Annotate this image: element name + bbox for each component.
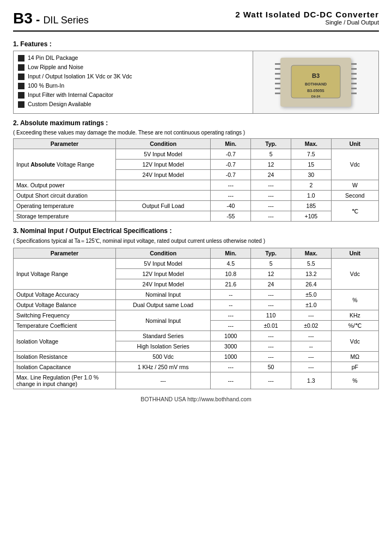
table-row: Input Absolute Voltage Range 5V Input Mo…	[14, 149, 379, 160]
unit-output-power: W	[331, 180, 378, 191]
table-header-row: Parameter Condition Min. Typ. Max. Unit	[14, 248, 379, 259]
list-item: Input Filter with Internal Capacitor	[18, 91, 248, 99]
min-out-volt-bal: --	[211, 300, 251, 310]
unit-vdc1: Vdc	[331, 149, 378, 180]
bullet-icon	[18, 92, 24, 99]
param-op-temp: Operating temperature	[14, 201, 116, 211]
typ-24v-n: 24	[251, 279, 291, 290]
max-temp-coeff: ±0.02	[291, 321, 331, 331]
col-min: Min.	[211, 248, 251, 259]
table-row: Isolation Resistance 500 Vdc 1000 --- --…	[14, 352, 379, 362]
typ-12v-n: 12	[251, 269, 291, 279]
typ-isol-cap: 50	[251, 362, 291, 372]
table-header-row: Parameter Condition Min. Typ. Max. Unit	[14, 139, 379, 149]
list-item: 14 Pin DIL Package	[18, 54, 248, 62]
unit-line-reg: %	[331, 372, 378, 389]
table-row: Switching Frequency Nominal Input --- 11…	[14, 310, 379, 321]
pin	[351, 88, 357, 89]
param-short-circuit: Output Short circuit duration	[14, 191, 116, 201]
min-line-reg: ---	[211, 372, 251, 389]
min-isol-res: 1000	[211, 352, 251, 362]
cond-out-volt-acc: Nominal Input	[115, 290, 210, 300]
typ-line-reg: ---	[251, 372, 291, 389]
max-12v: 15	[291, 160, 331, 170]
list-item: Custom Design Available	[18, 101, 248, 108]
min-out-volt-acc: --	[211, 290, 251, 300]
pin	[275, 83, 280, 84]
abs-max-table: Parameter Condition Min. Typ. Max. Unit …	[13, 138, 379, 222]
param-storage-temp: Storage temperature	[14, 211, 116, 222]
typ-std-series: ---	[251, 331, 291, 341]
cond-isol-res: 500 Vdc	[115, 352, 210, 362]
param-line-reg: Max. Line Regulation (Per 1.0 % change i…	[14, 372, 116, 389]
min-isol-cap: ---	[211, 362, 251, 372]
max-short-circuit: 1.0	[291, 191, 331, 201]
min-12v: -0.7	[211, 160, 251, 170]
typ-24v: 24	[251, 170, 291, 180]
unit-temp-coeff: %/℃	[331, 321, 378, 331]
min-std-series: 1000	[211, 331, 251, 341]
cond-12v-n: 12V Input Model	[115, 269, 210, 279]
max-out-volt-acc: ±5.0	[291, 290, 331, 300]
typ-isol-res: ---	[251, 352, 291, 362]
pin	[275, 73, 280, 75]
table-row: Isolation Capacitance 1 KHz / 250 mV rms…	[14, 362, 379, 372]
pin	[275, 63, 280, 65]
typ-5v-n: 5	[251, 259, 291, 269]
chip-label: B3 BOTHHAND B3-0505S Dil-24	[289, 63, 343, 102]
svg-text:BOTHHAND: BOTHHAND	[305, 82, 327, 86]
cond-nominal-input: Nominal Input	[115, 310, 210, 331]
min-24v-n: 21.6	[211, 279, 251, 290]
max-5v-n: 5.5	[291, 259, 331, 269]
cond-5v: 5V Input Model	[115, 149, 210, 160]
cond-12v: 12V Input Model	[115, 160, 210, 170]
max-storage-temp: +105	[291, 211, 331, 222]
cond-short-circuit	[115, 191, 210, 201]
product-title: 2 Watt Isolated DC-DC Converter Single /…	[235, 10, 379, 26]
col-typ: Typ.	[251, 139, 291, 149]
pin	[351, 93, 357, 94]
unit-temp: ℃	[331, 201, 378, 222]
col-parameter: Parameter	[14, 248, 116, 259]
product-title-sub: Single / Dual Output	[235, 19, 379, 26]
max-sw-freq: ---	[291, 310, 331, 321]
unit-isol-volt: Vdc	[331, 331, 378, 352]
col-max: Max.	[291, 139, 331, 149]
col-typ: Typ.	[251, 248, 291, 259]
min-short-circuit: ---	[211, 191, 251, 201]
max-hi-series: --	[291, 341, 331, 352]
model-series: DIL Series	[43, 15, 88, 26]
pins-right	[351, 63, 357, 94]
chip-svg: B3 BOTHHAND B3-0505S Dil-24	[289, 63, 343, 101]
pin	[351, 63, 357, 65]
cond-output-power	[115, 180, 210, 191]
table-row: Max. Output power --- --- 2 W	[14, 180, 379, 191]
nominal-section-title: 3. Nominal Input / Output Electrical Spe…	[13, 227, 379, 235]
features-section-title: 1. Features :	[13, 40, 379, 48]
nominal-table: Parameter Condition Min. Typ. Max. Unit …	[13, 248, 379, 389]
min-sw-freq: ---	[211, 310, 251, 321]
max-24v: 30	[291, 170, 331, 180]
pin	[351, 83, 357, 84]
max-isol-cap: ---	[291, 362, 331, 372]
param-temp-coeff: Temperature Coefficient	[14, 321, 116, 331]
unit-vdc-n: Vdc	[331, 259, 378, 290]
typ-12v: 12	[251, 160, 291, 170]
page-footer: BOTHHAND USA http://www.bothhand.com	[13, 396, 379, 402]
pin	[351, 78, 357, 79]
table-row: Output Short circuit duration --- --- 1.…	[14, 191, 379, 201]
col-condition: Condition	[115, 139, 210, 149]
col-unit: Unit	[331, 248, 378, 259]
product-title-main: 2 Watt Isolated DC-DC Converter	[235, 10, 379, 19]
max-5v: 7.5	[291, 149, 331, 160]
features-box: 14 Pin DIL Package Low Ripple and Noise …	[13, 51, 379, 114]
unit-short-circuit: Second	[331, 191, 378, 201]
col-parameter: Parameter	[14, 139, 116, 149]
max-op-temp: 185	[291, 201, 331, 211]
cond-24v-n: 24V Input Model	[115, 279, 210, 290]
model-title: B3 - DIL Series	[13, 10, 89, 27]
max-line-reg: 1.3	[291, 372, 331, 389]
table-row: Output Voltage Accuracy Nominal Input --…	[14, 290, 379, 300]
max-12v-n: 13.2	[291, 269, 331, 279]
pins-left	[275, 63, 280, 94]
